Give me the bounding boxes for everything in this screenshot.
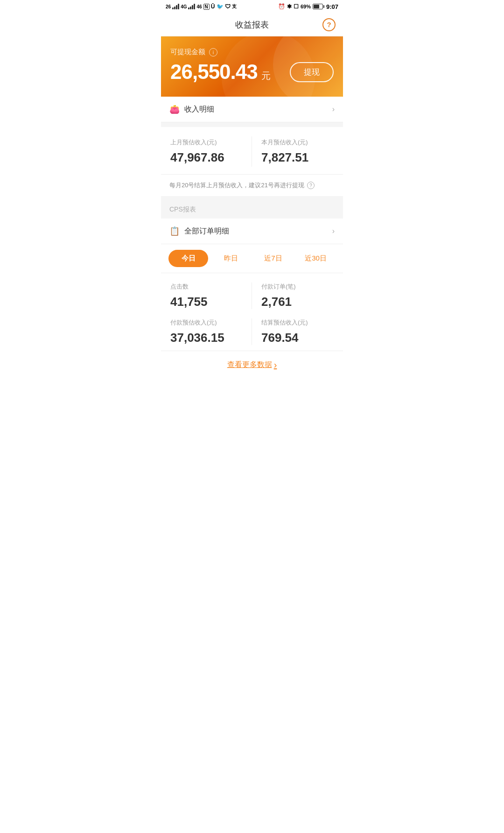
settled-income-value: 769.54 — [261, 331, 334, 345]
help-button[interactable]: ? — [322, 18, 336, 31]
top-nav: 收益报表 ? — [161, 13, 343, 36]
battery-percent: 69% — [301, 4, 311, 9]
status-right: ⏰ ✱ ☐ 69% 9:07 — [278, 3, 338, 10]
bluetooth-icon: ✱ — [287, 3, 292, 10]
withdraw-button[interactable]: 提现 — [290, 62, 334, 82]
battery-icon — [313, 4, 324, 9]
tab-today-label: 今日 — [182, 254, 196, 262]
income-details-label: 收入明细 — [184, 105, 214, 114]
orders-chevron-icon: › — [332, 227, 335, 235]
clicks-stat: 点击数 41,755 — [170, 282, 252, 309]
hero-banner: 可提现金额 i 26,550.43 元 提现 — [161, 36, 343, 97]
monthly-stats: 上月预估收入(元) 47,967.86 本月预估收入(元) 7,827.51 — [161, 127, 343, 174]
chevron-right-icon: › — [332, 105, 335, 113]
paid-orders-label: 付款订单(笔) — [261, 282, 334, 291]
tab-30days[interactable]: 近30日 — [296, 250, 336, 267]
income-details-left: 👛 收入明细 — [169, 104, 214, 114]
withdrawable-label-text: 可提现金额 — [170, 48, 205, 56]
last-month-stat: 上月预估收入(元) 47,967.86 — [170, 136, 252, 167]
amount-row: 26,550.43 元 提现 — [170, 60, 334, 84]
status-bar: 26 4G 46 N Ū 🐦 🛡 支 ⏰ ✱ ☐ 69% 9 — [161, 0, 343, 13]
clicks-label: 点击数 — [170, 282, 242, 291]
tab-yesterday[interactable]: 昨日 — [211, 250, 251, 267]
amount-display: 26,550.43 元 — [170, 60, 271, 84]
last-month-value: 47,967.86 — [170, 150, 242, 165]
withdrawable-label-row: 可提现金额 i — [170, 48, 334, 56]
more-data-arrow: › — [274, 360, 277, 370]
paid-orders-value: 2,761 — [261, 295, 334, 309]
tab-7days-label: 近7日 — [264, 254, 282, 262]
amount-value: 26,550.43 — [170, 60, 258, 83]
question-icon: ? — [327, 21, 331, 28]
alarm-icon: ⏰ — [278, 3, 285, 10]
wallet-icon: 👛 — [169, 104, 180, 114]
network-type-2: 46 — [196, 4, 202, 9]
divider-1 — [161, 122, 343, 127]
this-month-label: 本月预估收入(元) — [261, 138, 334, 147]
date-tabs: 今日 昨日 近7日 近30日 — [161, 244, 343, 273]
clicks-value: 41,755 — [170, 295, 242, 309]
notice-bar: 每月20号结算上月预估收入，建议21号再进行提现 ? — [161, 174, 343, 196]
shield-icon: 🛡 — [225, 3, 231, 10]
all-orders-label: 全部订单明细 — [184, 226, 229, 236]
paid-income-stat: 付款预估收入(元) 37,036.15 — [170, 318, 252, 345]
signal-bars-2 — [188, 4, 195, 9]
network-type-1: 4G — [181, 4, 187, 9]
screen-icon: ☐ — [294, 3, 299, 10]
cps-stats-grid: 点击数 41,755 付款订单(笔) 2,761 付款预估收入(元) 37,03… — [161, 273, 343, 351]
settled-income-stat: 结算预估收入(元) 769.54 — [252, 318, 334, 345]
u-icon: Ū — [211, 3, 215, 10]
cps-header: CPS报表 — [161, 201, 343, 219]
more-data-label: 查看更多数据 — [227, 360, 272, 370]
page-title: 收益报表 — [235, 19, 269, 30]
signal-bars-1 — [172, 4, 179, 9]
income-details-row[interactable]: 👛 收入明细 › — [161, 97, 343, 122]
notice-help-icon[interactable]: ? — [307, 182, 315, 189]
signal-text: 26 — [166, 4, 171, 9]
notice-text: 每月20号结算上月预估收入，建议21号再进行提现 — [169, 181, 304, 190]
last-month-label: 上月预估收入(元) — [170, 138, 242, 147]
order-icon: 📋 — [169, 226, 180, 236]
clock-time: 9:07 — [326, 3, 338, 10]
this-month-stat: 本月预估收入(元) 7,827.51 — [252, 136, 334, 167]
nfc-icon: N — [203, 4, 210, 10]
tab-today[interactable]: 今日 — [168, 250, 208, 267]
paid-income-label: 付款预估收入(元) — [170, 318, 242, 327]
paid-orders-stat: 付款订单(笔) 2,761 — [252, 282, 334, 309]
tab-yesterday-label: 昨日 — [224, 254, 238, 262]
tab-7days[interactable]: 近7日 — [253, 250, 293, 267]
paid-income-value: 37,036.15 — [170, 331, 242, 345]
more-data-row: 查看更多数据 › — [161, 351, 343, 379]
tab-30days-label: 近30日 — [305, 254, 327, 262]
this-month-value: 7,827.51 — [261, 150, 334, 165]
all-orders-row[interactable]: 📋 全部订单明细 › — [161, 219, 343, 244]
divider-2 — [161, 196, 343, 201]
alipay-icon: 支 — [232, 3, 237, 10]
status-left: 26 4G 46 N Ū 🐦 🛡 支 — [166, 3, 237, 10]
all-orders-left: 📋 全部订单明细 — [169, 226, 229, 236]
info-icon[interactable]: i — [209, 48, 217, 56]
bird-icon: 🐦 — [217, 3, 224, 10]
settled-income-label: 结算预估收入(元) — [261, 318, 334, 327]
more-data-link[interactable]: 查看更多数据 › — [227, 360, 277, 370]
amount-unit: 元 — [261, 71, 271, 81]
